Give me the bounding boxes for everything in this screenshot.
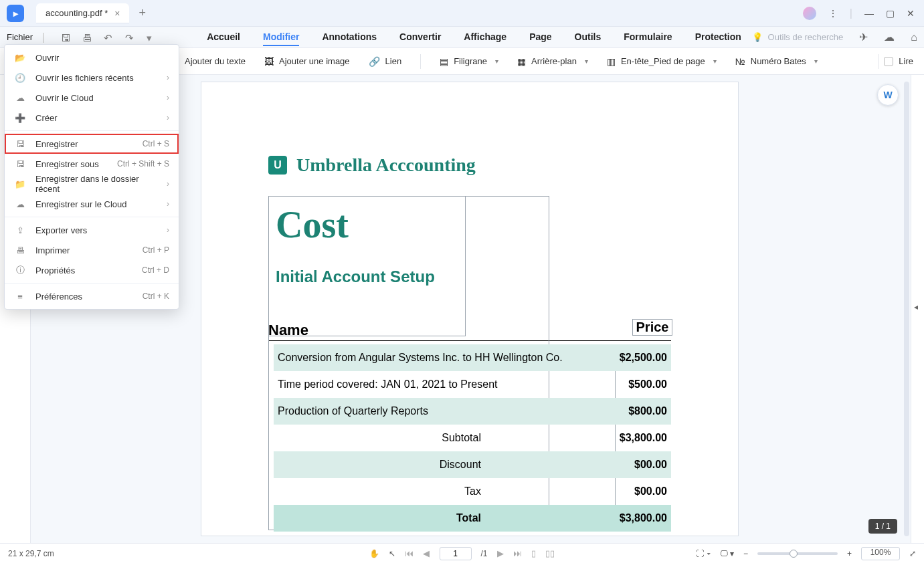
menu-print[interactable]: 🖶 Imprimer Ctrl + P — [5, 240, 179, 260]
redo-icon[interactable]: ↷ — [125, 32, 136, 43]
link-icon: 🔗 — [369, 56, 380, 67]
last-page-button[interactable]: ⏭ — [513, 548, 522, 558]
tab-protection[interactable]: Protection — [695, 29, 741, 46]
discount-label: Discount — [274, 459, 615, 471]
tab-convertir[interactable]: Convertir — [399, 29, 441, 46]
save-icon[interactable]: 🖫 — [61, 32, 72, 43]
print-icon: 🖶 — [14, 245, 26, 255]
fit-width-icon[interactable]: ⛶ ▾ — [696, 549, 710, 558]
link-label: Lien — [385, 56, 402, 66]
zoom-out-button[interactable]: − — [743, 549, 748, 558]
cloud-upload-icon[interactable]: ☁ — [884, 31, 895, 43]
menu-save-as[interactable]: 🖫 Enregistrer sous Ctrl + Shift + S — [5, 154, 179, 174]
bates-number-button[interactable]: № Numéro Bates — [735, 56, 818, 67]
page-total: /1 — [480, 549, 487, 558]
share-icon[interactable]: ✈ — [859, 31, 868, 43]
tab-close-icon[interactable]: × — [114, 8, 120, 19]
price-header: Price — [632, 319, 672, 336]
next-page-button[interactable]: ▶ — [497, 548, 504, 558]
print-icon[interactable]: 🖶 — [82, 32, 93, 43]
search-tools-label: Outils de recherche — [768, 32, 844, 42]
header-footer-button[interactable]: ▥ En-tête_Pied de page — [607, 56, 717, 67]
menu-separator — [5, 283, 179, 284]
two-page-view-icon[interactable]: ▯▯ — [545, 548, 555, 558]
separator — [420, 54, 421, 69]
cost-box: Cost Initial Account Setup — [268, 196, 466, 336]
link-button[interactable]: 🔗 Lien — [369, 56, 402, 67]
tab-affichage[interactable]: Affichage — [464, 29, 506, 46]
pdf-page[interactable]: U Umbrella Acccounting Cost Initial Acco… — [201, 82, 739, 536]
search-tools[interactable]: 💡 Outils de recherche — [752, 32, 844, 42]
menu-properties[interactable]: ⓘ Propriétés Ctrl + D — [5, 260, 179, 280]
tab-modifier[interactable]: Modifier — [263, 29, 299, 46]
prev-page-button[interactable]: ◀ — [423, 548, 430, 558]
undo-icon[interactable]: ↶ — [104, 32, 114, 43]
header-footer-label: En-tête_Pied de page — [621, 56, 705, 66]
menu-save[interactable]: 🖫 Enregistrer Ctrl + S — [5, 134, 179, 154]
background-button[interactable]: ▦ Arrière-plan — [517, 56, 588, 67]
watermark-button[interactable]: ▤ Filigrane — [440, 56, 498, 67]
item-price: $2,500.00 — [615, 352, 671, 364]
document-tab[interactable]: accounting.pdf * × — [36, 3, 129, 23]
menu-create[interactable]: ➕ Créer › — [5, 108, 179, 128]
image-icon: 🖼 — [264, 56, 274, 67]
menu-export[interactable]: ⇪ Exporter vers › — [5, 220, 179, 240]
menu-open-cloud[interactable]: ☁ Ouvrir le Cloud › — [5, 88, 179, 108]
tab-page[interactable]: Page — [529, 29, 551, 46]
right-panel-collapsed[interactable]: ◂ — [911, 75, 924, 543]
word-export-badge[interactable]: W — [877, 84, 899, 106]
tab-accueil[interactable]: Accueil — [207, 29, 240, 46]
tab-formulaire[interactable]: Formulaire — [624, 29, 672, 46]
background-icon: ▦ — [517, 56, 526, 67]
invoice-table: Conversion from Angular Systems Inc. to … — [274, 344, 671, 532]
hand-tool-icon[interactable]: ✋ — [369, 549, 379, 558]
table-row: Time period covered: JAN 01, 2021 to Pre… — [274, 371, 671, 398]
tab-annotations[interactable]: Annotations — [322, 29, 377, 46]
add-image-button[interactable]: 🖼 Ajouter une image — [264, 56, 350, 67]
user-avatar[interactable] — [803, 7, 816, 20]
kebab-menu-icon[interactable]: ⋮ — [828, 8, 838, 19]
brand-row: U Umbrella Acccounting — [268, 154, 476, 176]
app-logo: ▸ — [7, 5, 24, 22]
zoom-slider[interactable] — [757, 552, 838, 555]
expand-left-icon[interactable]: ◂ — [914, 302, 918, 312]
page-number-input[interactable] — [439, 547, 471, 560]
item-name: Conversion from Angular Systems Inc. to … — [274, 352, 615, 364]
file-menu-button[interactable]: Fichier — [7, 32, 33, 42]
menu-separator — [5, 217, 179, 217]
add-text-button[interactable]: Ajouter du texte — [185, 56, 246, 66]
vertical-scrollbar[interactable] — [904, 82, 909, 536]
new-tab-button[interactable]: + — [138, 6, 146, 20]
window-maximize-button[interactable]: ▢ — [886, 8, 895, 19]
zoom-value[interactable]: 100% — [861, 547, 900, 560]
view-mode-icon[interactable]: 🖵 ▾ — [720, 549, 734, 558]
subtotal-label: Subtotal — [274, 432, 615, 444]
cloud-upload-icon: ☁ — [14, 199, 26, 209]
main-tabs: Accueil Modifier Annotations Convertir A… — [207, 29, 741, 46]
menu-preferences[interactable]: ≡ Préférences Ctrl + K — [5, 286, 179, 306]
menu-save-recent-folder[interactable]: 📁 Enregistrer dans le dossier récent › — [5, 174, 179, 194]
tax-label: Tax — [274, 485, 615, 497]
help-icon[interactable]: ⌂ — [911, 31, 917, 43]
fullscreen-icon[interactable]: ⤢ — [909, 549, 916, 558]
info-icon: ⓘ — [14, 264, 26, 276]
chevron-right-icon: › — [167, 93, 169, 102]
zoom-in-button[interactable]: + — [847, 549, 852, 558]
single-page-view-icon[interactable]: ▯ — [531, 548, 536, 558]
menu-save-cloud[interactable]: ☁ Enregistrer sur le Cloud › — [5, 194, 179, 214]
window-close-button[interactable]: ✕ — [907, 8, 915, 19]
watermark-icon: ▤ — [440, 56, 448, 67]
qat-dropdown-icon[interactable]: ▾ — [147, 32, 157, 43]
select-tool-icon[interactable]: ↖ — [389, 549, 395, 558]
chevron-right-icon: › — [167, 199, 169, 209]
window-minimize-button[interactable]: — — [864, 8, 874, 19]
read-checkbox[interactable] — [884, 57, 893, 66]
tab-outils[interactable]: Outils — [575, 29, 602, 46]
chevron-right-icon: › — [167, 179, 169, 189]
first-page-button[interactable]: ⏮ — [405, 548, 413, 558]
header-footer-icon: ▥ — [607, 56, 616, 67]
menu-open[interactable]: 📂 Ouvrir — [5, 47, 179, 68]
menu-open-recent[interactable]: 🕘 Ouvrir les fichiers récents › — [5, 68, 179, 88]
name-header: Name — [268, 322, 308, 339]
tax-value: $00.00 — [615, 485, 671, 497]
